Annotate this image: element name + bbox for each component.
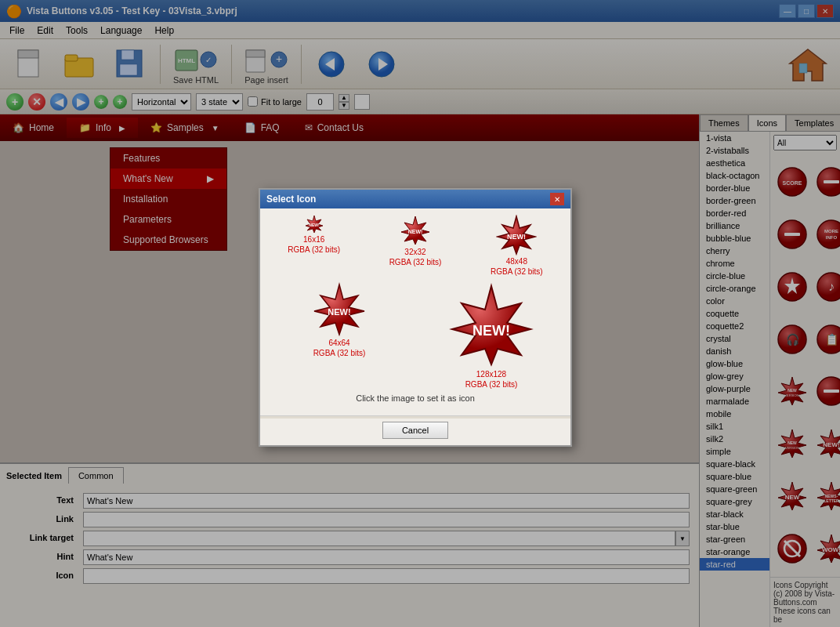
icon-preview-48: NEW! [496,215,537,256]
dialog-close-button[interactable]: ✕ [550,193,564,205]
size-48-label: 48x48 [506,257,527,266]
icon-size-64[interactable]: NEW! 64x64 RGBA (32 bits) [266,282,412,389]
icon-preview-32: NEW! [400,215,431,246]
svg-text:NEW!: NEW! [309,223,320,227]
svg-text:NEW!: NEW! [328,307,350,317]
svg-text:NEW!: NEW! [472,323,510,339]
dialog-footer: Cancel [260,419,570,445]
svg-text:NEW!: NEW! [408,229,423,234]
icon-preview-16: NEW! [305,215,324,234]
size-32-bits: RGBA (32 bits) [389,258,442,266]
size-64-label: 64x64 [328,339,349,347]
icon-size-48[interactable]: NEW! 48x48 RGBA (32 bits) [469,215,564,276]
dialog-title-bar: Select Icon ✕ [260,190,570,208]
dialog-hint: Click the image to set it as icon [266,393,564,403]
size-128-label: 128x128 [476,370,506,379]
size-128-bits: RGBA (32 bits) [465,380,518,389]
cancel-button[interactable]: Cancel [382,422,448,439]
size-16-label: 16x16 [303,235,324,244]
icon-preview-128: NEW! [440,282,542,368]
svg-text:NEW!: NEW! [507,233,526,241]
dialog-overlay: Select Icon ✕ NEW! 16x16 RGBA (32 bits) [0,0,840,627]
size-32-label: 32x32 [404,248,425,256]
icon-sizes-row2: NEW! 64x64 RGBA (32 bits) NEW! 128x128 R… [266,282,564,389]
icon-size-16[interactable]: NEW! 16x16 RGBA (32 bits) [266,215,361,276]
size-16-bits: RGBA (32 bits) [288,245,340,254]
size-64-bits: RGBA (32 bits) [313,349,366,357]
icon-sizes-row1: NEW! 16x16 RGBA (32 bits) NEW! 32x32 RGB… [266,215,564,276]
select-icon-dialog: Select Icon ✕ NEW! 16x16 RGBA (32 bits) [259,188,572,447]
icon-size-128[interactable]: NEW! 128x128 RGBA (32 bits) [418,282,564,389]
icon-size-32[interactable]: NEW! 32x32 RGBA (32 bits) [368,215,462,276]
dialog-content: NEW! 16x16 RGBA (32 bits) NEW! 32x32 RGB… [260,208,570,415]
size-48-bits: RGBA (32 bits) [491,267,543,276]
dialog-title-text: Select Icon [266,194,316,205]
icon-preview-64: NEW! [312,282,367,337]
